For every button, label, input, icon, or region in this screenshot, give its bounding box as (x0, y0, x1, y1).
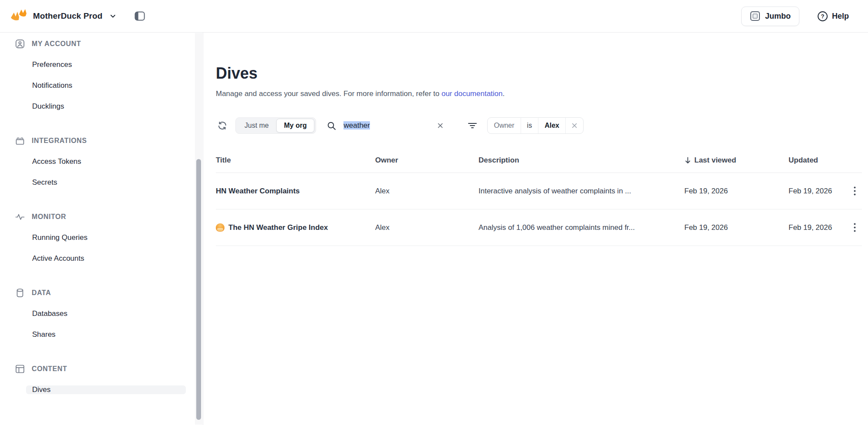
sidebar-section-my-account: MY ACCOUNT (0, 33, 203, 54)
sidebar-item-databases[interactable]: Databases (0, 309, 67, 318)
refresh-button[interactable] (217, 120, 228, 131)
column-header-last-viewed[interactable]: Last viewed (684, 156, 789, 165)
sidebar-item-preferences[interactable]: Preferences (0, 60, 72, 69)
search-icon (327, 121, 337, 131)
layout-icon (15, 364, 25, 374)
dive-updated: Feb 19, 2026 (789, 223, 844, 232)
column-header-updated[interactable]: Updated (789, 156, 844, 165)
table-row[interactable]: HN Weather Complaints Alex Interactive a… (216, 173, 862, 209)
sidebar-panel-icon (135, 11, 145, 21)
sidebar-item-running-queries[interactable]: Running Queries (0, 233, 88, 242)
help-icon: ? (817, 11, 828, 22)
sidebar-scrollbar-track[interactable] (195, 33, 202, 425)
column-header-description[interactable]: Description (479, 156, 684, 165)
help-label: Help (832, 12, 849, 21)
jumbo-icon (750, 11, 760, 21)
chevron-down-icon (109, 13, 116, 20)
sidebar-scrollbar-thumb[interactable] (196, 159, 201, 420)
search-value: weather (343, 121, 370, 130)
filter-chip-value[interactable]: Alex (538, 118, 565, 133)
page-description: Manage and access your saved dives. For … (216, 89, 862, 99)
filter-icon[interactable] (467, 120, 478, 131)
sidebar-section-monitor: MONITOR (0, 206, 203, 227)
pulse-icon (15, 212, 25, 222)
scope-toggle: Just me My org (235, 117, 316, 134)
column-header-title[interactable]: Title (216, 156, 375, 165)
column-header-owner[interactable]: Owner (375, 156, 479, 165)
kebab-menu-icon (854, 223, 856, 232)
kebab-menu-icon (854, 186, 856, 196)
scope-option-my-org[interactable]: My org (276, 119, 314, 133)
sidebar-section-content: CONTENT (0, 359, 203, 379)
dive-title[interactable]: The HN Weather Gripe Index (216, 223, 375, 232)
sidebar-toggle-button[interactable] (135, 11, 145, 21)
sidebar-section-data: DATA (0, 282, 203, 303)
sidebar-item-active-accounts[interactable]: Active Accounts (0, 254, 84, 263)
dive-last-viewed: Feb 19, 2026 (684, 187, 789, 196)
sidebar: MY ACCOUNT Preferences Notifications Duc… (0, 33, 203, 425)
top-bar-actions: Jumbo ? Help (741, 7, 849, 26)
row-actions-button[interactable] (847, 184, 862, 199)
database-icon (15, 288, 25, 298)
documentation-link[interactable]: our documentation (442, 90, 503, 98)
filter-chip-field[interactable]: Owner (488, 118, 520, 133)
motherduck-logo-icon (10, 8, 28, 24)
jumbo-label: Jumbo (765, 12, 791, 21)
pie-emoji (216, 223, 224, 232)
row-actions-button[interactable] (847, 220, 862, 235)
top-bar: MotherDuck Prod Jumbo (0, 0, 868, 33)
sidebar-section-integrations: INTEGRATIONS (0, 130, 203, 151)
org-switcher[interactable]: MotherDuck Prod (10, 8, 116, 24)
sidebar-item-shares[interactable]: Shares (0, 330, 56, 339)
sidebar-item-ducklings[interactable]: Ducklings (0, 102, 64, 111)
table-header-row: Title Owner Description Last viewed Upda… (216, 148, 862, 173)
jumbo-button[interactable]: Jumbo (741, 7, 799, 26)
sidebar-item-secrets[interactable]: Secrets (0, 178, 57, 187)
sidebar-item-access-tokens[interactable]: Access Tokens (0, 157, 81, 166)
dive-owner: Alex (375, 223, 479, 232)
dive-last-viewed: Feb 19, 2026 (684, 223, 789, 232)
filter-chip-operator[interactable]: is (521, 118, 538, 133)
search-clear-icon[interactable] (436, 121, 445, 130)
sidebar-item-dives[interactable]: Dives (26, 385, 186, 394)
help-button[interactable]: ? Help (817, 11, 849, 22)
dive-description: Analysis of 1,006 weather complaints min… (479, 223, 684, 232)
sort-descending-icon (684, 156, 691, 164)
filter-chip-owner: Owner is Alex (487, 117, 583, 134)
scope-option-just-me[interactable]: Just me (237, 119, 276, 133)
filter-chip-remove-icon[interactable] (565, 118, 583, 133)
dive-owner: Alex (375, 187, 479, 196)
dives-table: Title Owner Description Last viewed Upda… (216, 148, 862, 246)
dive-updated: Feb 19, 2026 (789, 187, 844, 196)
page-title: Dives (216, 64, 862, 83)
table-row[interactable]: The HN Weather Gripe Index Alex Analysis… (216, 209, 862, 246)
svg-text:?: ? (821, 13, 825, 20)
dive-title[interactable]: HN Weather Complaints (216, 187, 375, 196)
main-content: Dives Manage and access your saved dives… (204, 33, 868, 425)
sidebar-item-notifications[interactable]: Notifications (0, 81, 73, 90)
brick-icon (15, 136, 25, 146)
dive-description: Interactive analysis of weather complain… (479, 187, 684, 196)
org-name: MotherDuck Prod (33, 11, 102, 21)
user-icon (15, 39, 25, 49)
filter-toolbar: Just me My org weather (216, 117, 862, 134)
search-input[interactable]: weather (327, 121, 445, 131)
